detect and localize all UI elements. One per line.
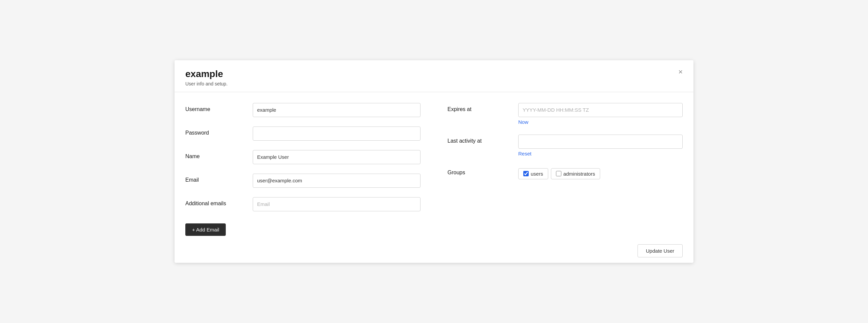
close-button[interactable]: × [676,67,685,77]
modal-body: Username Password Name Email Additional … [175,92,693,263]
modal-subtitle: User info and setup. [185,81,683,86]
reset-button[interactable]: Reset [518,151,531,156]
email-row: Email [185,174,421,188]
additional-emails-row: Additional emails [185,197,421,211]
name-label: Name [185,150,253,159]
last-activity-content: Reset [518,135,683,157]
password-label: Password [185,127,253,136]
name-input[interactable] [253,150,421,164]
groups-content: users administrators [518,166,683,179]
group-item-users[interactable]: users [518,168,548,179]
additional-emails-label: Additional emails [185,197,253,207]
left-section: Username Password Name Email Additional … [185,103,434,236]
modal-title: example [185,68,683,80]
modal: example User info and setup. × Username … [175,60,693,263]
email-label: Email [185,174,253,183]
expires-at-row: Expires at Now [447,103,683,125]
group-item-administrators[interactable]: administrators [551,168,600,179]
expires-at-content: Now [518,103,683,125]
groups-row: Groups users administrators [447,166,683,179]
name-row: Name [185,150,421,164]
last-activity-input[interactable] [518,135,683,149]
last-activity-row: Last activity at Reset [447,135,683,157]
right-section: Expires at Now Last activity at Reset Gr… [434,103,683,236]
additional-email-input[interactable] [253,197,421,211]
groups-container: users administrators [518,168,683,179]
last-activity-label: Last activity at [447,135,518,144]
username-label: Username [185,103,253,112]
username-input[interactable] [253,103,421,117]
add-email-button[interactable]: + Add Email [185,223,226,236]
group-checkbox-administrators[interactable] [556,171,561,176]
expires-at-label: Expires at [447,103,518,112]
group-checkbox-users[interactable] [523,171,529,176]
email-input[interactable] [253,174,421,188]
password-input[interactable] [253,127,421,141]
update-user-button[interactable]: Update User [638,244,683,257]
expires-at-input[interactable] [518,103,683,117]
group-label-administrators: administrators [563,171,595,177]
modal-footer: Update User [175,239,693,263]
group-label-users: users [531,171,543,177]
password-row: Password [185,127,421,141]
now-button[interactable]: Now [518,119,528,125]
username-row: Username [185,103,421,117]
groups-label: Groups [447,166,518,176]
modal-header: example User info and setup. × [175,60,693,92]
